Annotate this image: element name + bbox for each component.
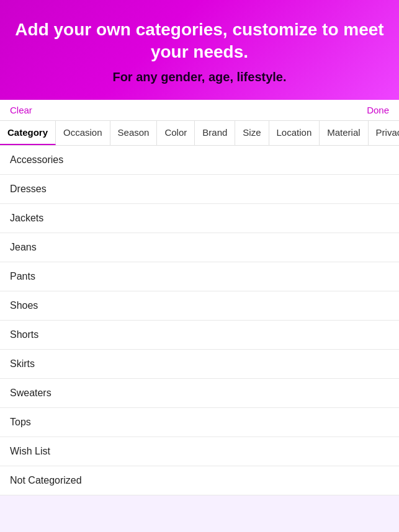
- header-subtitle: For any gender, age, lifestyle.: [12, 70, 387, 84]
- tab-brand[interactable]: Brand: [195, 121, 235, 145]
- list-item[interactable]: Pants: [0, 262, 399, 291]
- list-item[interactable]: Dresses: [0, 175, 399, 204]
- bottom-area: [0, 495, 399, 532]
- list-item[interactable]: Not Categorized: [0, 466, 399, 495]
- list-item[interactable]: Shorts: [0, 321, 399, 350]
- category-list: AccessoriesDressesJacketsJeansPantsShoes…: [0, 146, 399, 495]
- list-item[interactable]: Tops: [0, 408, 399, 437]
- list-item[interactable]: Jeans: [0, 233, 399, 262]
- list-item[interactable]: Wish List: [0, 437, 399, 466]
- list-item[interactable]: Accessories: [0, 146, 399, 175]
- tab-material[interactable]: Material: [320, 121, 368, 145]
- clear-button[interactable]: Clear: [10, 105, 32, 115]
- list-item[interactable]: Sweaters: [0, 379, 399, 408]
- tab-size[interactable]: Size: [235, 121, 269, 145]
- tab-season[interactable]: Season: [110, 121, 158, 145]
- header-title: Add your own categories, customize to me…: [12, 19, 387, 64]
- toolbar: Clear Done: [0, 100, 399, 121]
- tab-location[interactable]: Location: [269, 121, 320, 145]
- tab-privacy[interactable]: Privacy: [369, 121, 399, 145]
- list-item[interactable]: Skirts: [0, 350, 399, 379]
- tabs-bar: CategoryOccasionSeasonColorBrandSizeLoca…: [0, 121, 399, 146]
- tab-occasion[interactable]: Occasion: [56, 121, 110, 145]
- header: Add your own categories, customize to me…: [0, 0, 399, 100]
- list-item[interactable]: Jackets: [0, 204, 399, 233]
- tab-color[interactable]: Color: [157, 121, 195, 145]
- done-button[interactable]: Done: [367, 105, 389, 115]
- list-item[interactable]: Shoes: [0, 291, 399, 321]
- tab-category[interactable]: Category: [0, 121, 56, 145]
